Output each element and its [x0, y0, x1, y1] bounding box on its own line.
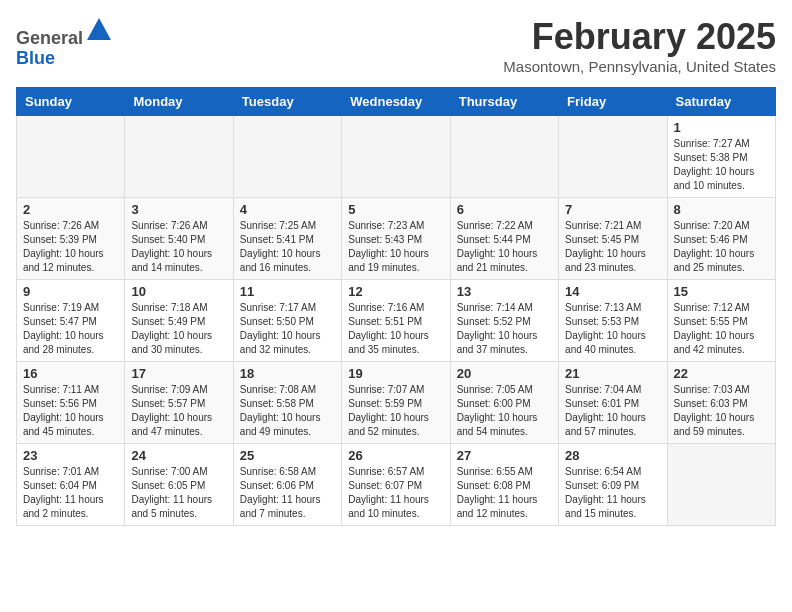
day-number: 8 — [674, 202, 769, 217]
calendar-cell: 6Sunrise: 7:22 AM Sunset: 5:44 PM Daylig… — [450, 198, 558, 280]
day-number: 11 — [240, 284, 335, 299]
calendar-cell: 8Sunrise: 7:20 AM Sunset: 5:46 PM Daylig… — [667, 198, 775, 280]
day-number: 28 — [565, 448, 660, 463]
calendar-cell — [342, 116, 450, 198]
calendar-cell — [450, 116, 558, 198]
calendar-cell: 17Sunrise: 7:09 AM Sunset: 5:57 PM Dayli… — [125, 362, 233, 444]
calendar-cell: 28Sunrise: 6:54 AM Sunset: 6:09 PM Dayli… — [559, 444, 667, 526]
day-number: 19 — [348, 366, 443, 381]
calendar-cell: 25Sunrise: 6:58 AM Sunset: 6:06 PM Dayli… — [233, 444, 341, 526]
calendar-cell: 2Sunrise: 7:26 AM Sunset: 5:39 PM Daylig… — [17, 198, 125, 280]
calendar-cell: 15Sunrise: 7:12 AM Sunset: 5:55 PM Dayli… — [667, 280, 775, 362]
calendar-header-monday: Monday — [125, 88, 233, 116]
day-info: Sunrise: 7:07 AM Sunset: 5:59 PM Dayligh… — [348, 383, 443, 439]
day-info: Sunrise: 7:21 AM Sunset: 5:45 PM Dayligh… — [565, 219, 660, 275]
day-info: Sunrise: 6:54 AM Sunset: 6:09 PM Dayligh… — [565, 465, 660, 521]
calendar-week-4: 16Sunrise: 7:11 AM Sunset: 5:56 PM Dayli… — [17, 362, 776, 444]
calendar-week-5: 23Sunrise: 7:01 AM Sunset: 6:04 PM Dayli… — [17, 444, 776, 526]
day-number: 12 — [348, 284, 443, 299]
day-info: Sunrise: 7:17 AM Sunset: 5:50 PM Dayligh… — [240, 301, 335, 357]
day-info: Sunrise: 7:20 AM Sunset: 5:46 PM Dayligh… — [674, 219, 769, 275]
day-number: 17 — [131, 366, 226, 381]
calendar-cell: 22Sunrise: 7:03 AM Sunset: 6:03 PM Dayli… — [667, 362, 775, 444]
day-info: Sunrise: 7:13 AM Sunset: 5:53 PM Dayligh… — [565, 301, 660, 357]
calendar-header-sunday: Sunday — [17, 88, 125, 116]
day-number: 7 — [565, 202, 660, 217]
calendar-cell: 3Sunrise: 7:26 AM Sunset: 5:40 PM Daylig… — [125, 198, 233, 280]
logo-icon — [85, 16, 113, 44]
calendar-week-3: 9Sunrise: 7:19 AM Sunset: 5:47 PM Daylig… — [17, 280, 776, 362]
day-info: Sunrise: 7:26 AM Sunset: 5:39 PM Dayligh… — [23, 219, 118, 275]
calendar-cell: 21Sunrise: 7:04 AM Sunset: 6:01 PM Dayli… — [559, 362, 667, 444]
calendar-cell — [17, 116, 125, 198]
logo-blue-text: Blue — [16, 48, 55, 68]
calendar-cell — [125, 116, 233, 198]
calendar-cell: 9Sunrise: 7:19 AM Sunset: 5:47 PM Daylig… — [17, 280, 125, 362]
calendar-cell: 19Sunrise: 7:07 AM Sunset: 5:59 PM Dayli… — [342, 362, 450, 444]
calendar-cell — [233, 116, 341, 198]
day-info: Sunrise: 6:55 AM Sunset: 6:08 PM Dayligh… — [457, 465, 552, 521]
month-title: February 2025 — [503, 16, 776, 58]
location: Masontown, Pennsylvania, United States — [503, 58, 776, 75]
calendar-cell — [559, 116, 667, 198]
day-info: Sunrise: 7:22 AM Sunset: 5:44 PM Dayligh… — [457, 219, 552, 275]
day-number: 3 — [131, 202, 226, 217]
calendar-week-2: 2Sunrise: 7:26 AM Sunset: 5:39 PM Daylig… — [17, 198, 776, 280]
calendar-cell: 16Sunrise: 7:11 AM Sunset: 5:56 PM Dayli… — [17, 362, 125, 444]
day-info: Sunrise: 7:11 AM Sunset: 5:56 PM Dayligh… — [23, 383, 118, 439]
calendar-header-wednesday: Wednesday — [342, 88, 450, 116]
calendar-cell: 24Sunrise: 7:00 AM Sunset: 6:05 PM Dayli… — [125, 444, 233, 526]
day-info: Sunrise: 7:05 AM Sunset: 6:00 PM Dayligh… — [457, 383, 552, 439]
calendar-cell: 12Sunrise: 7:16 AM Sunset: 5:51 PM Dayli… — [342, 280, 450, 362]
svg-marker-0 — [87, 18, 111, 40]
day-info: Sunrise: 7:01 AM Sunset: 6:04 PM Dayligh… — [23, 465, 118, 521]
calendar-cell: 5Sunrise: 7:23 AM Sunset: 5:43 PM Daylig… — [342, 198, 450, 280]
day-number: 6 — [457, 202, 552, 217]
calendar-week-1: 1Sunrise: 7:27 AM Sunset: 5:38 PM Daylig… — [17, 116, 776, 198]
day-info: Sunrise: 7:25 AM Sunset: 5:41 PM Dayligh… — [240, 219, 335, 275]
calendar-header-saturday: Saturday — [667, 88, 775, 116]
calendar-cell: 18Sunrise: 7:08 AM Sunset: 5:58 PM Dayli… — [233, 362, 341, 444]
calendar-cell: 23Sunrise: 7:01 AM Sunset: 6:04 PM Dayli… — [17, 444, 125, 526]
calendar-cell: 27Sunrise: 6:55 AM Sunset: 6:08 PM Dayli… — [450, 444, 558, 526]
day-number: 2 — [23, 202, 118, 217]
calendar-cell: 20Sunrise: 7:05 AM Sunset: 6:00 PM Dayli… — [450, 362, 558, 444]
day-number: 23 — [23, 448, 118, 463]
logo-general-text: General — [16, 28, 83, 48]
day-info: Sunrise: 7:04 AM Sunset: 6:01 PM Dayligh… — [565, 383, 660, 439]
day-info: Sunrise: 7:08 AM Sunset: 5:58 PM Dayligh… — [240, 383, 335, 439]
day-number: 21 — [565, 366, 660, 381]
day-info: Sunrise: 7:00 AM Sunset: 6:05 PM Dayligh… — [131, 465, 226, 521]
day-info: Sunrise: 7:12 AM Sunset: 5:55 PM Dayligh… — [674, 301, 769, 357]
day-number: 22 — [674, 366, 769, 381]
calendar-cell: 13Sunrise: 7:14 AM Sunset: 5:52 PM Dayli… — [450, 280, 558, 362]
logo: General Blue — [16, 16, 113, 69]
day-info: Sunrise: 7:27 AM Sunset: 5:38 PM Dayligh… — [674, 137, 769, 193]
day-number: 1 — [674, 120, 769, 135]
day-number: 9 — [23, 284, 118, 299]
day-info: Sunrise: 7:09 AM Sunset: 5:57 PM Dayligh… — [131, 383, 226, 439]
day-number: 13 — [457, 284, 552, 299]
page-header: General Blue February 2025 Masontown, Pe… — [16, 16, 776, 75]
calendar-cell — [667, 444, 775, 526]
day-info: Sunrise: 7:18 AM Sunset: 5:49 PM Dayligh… — [131, 301, 226, 357]
calendar-header-thursday: Thursday — [450, 88, 558, 116]
day-number: 16 — [23, 366, 118, 381]
day-info: Sunrise: 7:14 AM Sunset: 5:52 PM Dayligh… — [457, 301, 552, 357]
calendar-cell: 10Sunrise: 7:18 AM Sunset: 5:49 PM Dayli… — [125, 280, 233, 362]
day-info: Sunrise: 7:26 AM Sunset: 5:40 PM Dayligh… — [131, 219, 226, 275]
day-number: 25 — [240, 448, 335, 463]
day-number: 5 — [348, 202, 443, 217]
calendar-header-tuesday: Tuesday — [233, 88, 341, 116]
calendar-table: SundayMondayTuesdayWednesdayThursdayFrid… — [16, 87, 776, 526]
calendar-cell: 4Sunrise: 7:25 AM Sunset: 5:41 PM Daylig… — [233, 198, 341, 280]
day-number: 26 — [348, 448, 443, 463]
day-number: 10 — [131, 284, 226, 299]
calendar-cell: 14Sunrise: 7:13 AM Sunset: 5:53 PM Dayli… — [559, 280, 667, 362]
day-info: Sunrise: 7:23 AM Sunset: 5:43 PM Dayligh… — [348, 219, 443, 275]
calendar-cell: 11Sunrise: 7:17 AM Sunset: 5:50 PM Dayli… — [233, 280, 341, 362]
day-info: Sunrise: 7:16 AM Sunset: 5:51 PM Dayligh… — [348, 301, 443, 357]
day-info: Sunrise: 7:03 AM Sunset: 6:03 PM Dayligh… — [674, 383, 769, 439]
title-block: February 2025 Masontown, Pennsylvania, U… — [503, 16, 776, 75]
day-number: 27 — [457, 448, 552, 463]
